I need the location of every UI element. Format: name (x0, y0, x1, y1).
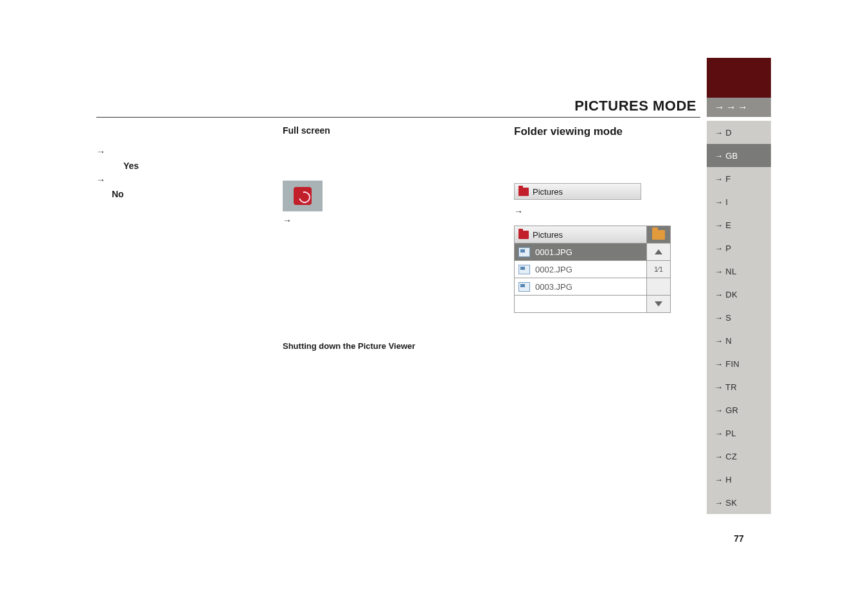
lang-nl[interactable]: → NL (707, 260, 771, 283)
heading-full-screen: Full screen (283, 125, 514, 136)
lang-label: → I (714, 197, 728, 207)
column-right: Folder viewing mode Pictures → Pictures (514, 125, 700, 351)
page-title: PICTURES MODE (574, 98, 700, 114)
lang-dk[interactable]: → DK (707, 283, 771, 306)
file-browser-title: Pictures (515, 226, 647, 243)
header-arrows: →→→ (714, 102, 749, 113)
image-file-icon (518, 247, 530, 257)
lang-label: → N (714, 336, 732, 346)
heading-folder-viewing: Folder viewing mode (514, 125, 700, 138)
open-folder-button[interactable] (647, 226, 670, 243)
file-browser-footer (515, 295, 670, 312)
column-left: → Yes → No (96, 125, 283, 351)
lang-p[interactable]: → P (707, 236, 771, 260)
lang-label: → D (714, 128, 732, 138)
lang-label: → FIN (714, 359, 740, 369)
lang-f[interactable]: → F (707, 167, 771, 190)
lang-e[interactable]: → E (707, 213, 771, 236)
lang-sk[interactable]: → SK (707, 491, 771, 514)
scroll-up-button[interactable] (647, 244, 670, 260)
image-file-icon (518, 282, 530, 292)
file-name: 0002.JPG (535, 265, 572, 274)
lang-gb[interactable]: → GB (707, 144, 771, 167)
lang-gr[interactable]: → GR (707, 398, 771, 422)
lang-label: → CZ (714, 452, 737, 461)
file-item-selected[interactable]: 0001.JPG (515, 244, 647, 260)
folder-icon (518, 188, 529, 196)
file-row: 0003.JPG (515, 278, 670, 295)
pager-spacer (647, 278, 670, 295)
page-indicator: 1⁄1 (647, 261, 670, 278)
lang-label: → DK (714, 290, 738, 299)
file-footer-spacer (515, 296, 647, 312)
chevron-down-icon (655, 301, 662, 306)
pictures-button-panel[interactable]: Pictures (514, 183, 641, 200)
lang-label: → S (714, 313, 731, 323)
option-no: No (96, 187, 283, 201)
lang-label: → E (714, 220, 731, 230)
lang-d[interactable]: → D (707, 121, 771, 144)
lang-cz[interactable]: → CZ (707, 445, 771, 468)
file-name: 0001.JPG (535, 247, 572, 257)
lang-fin[interactable]: → FIN (707, 352, 771, 375)
folder-icon (518, 231, 529, 239)
lang-label: → F (714, 174, 731, 184)
arrow-bullet: → (283, 215, 514, 226)
lang-i[interactable]: → I (707, 190, 771, 213)
content-columns: → Yes → No Full screen → Shutting down t… (96, 125, 771, 351)
folder-open-icon (652, 230, 665, 240)
pictures-button-label: Pictures (533, 187, 563, 197)
file-browser-header: Pictures (515, 226, 670, 243)
lang-tr[interactable]: → TR (707, 375, 771, 398)
rotate-icon (294, 187, 312, 205)
file-row: 0001.JPG (515, 243, 670, 260)
page-indicator-text: 1⁄1 (654, 265, 663, 273)
document-page: →→→ PICTURES MODE → Yes → No Full screen… (96, 58, 771, 351)
page-number: 77 (707, 533, 771, 544)
header-arrows-box: →→→ (707, 98, 771, 117)
column-middle: Full screen → Shutting down the Picture … (283, 125, 514, 351)
arrow-bullet: → (514, 206, 700, 217)
chevron-up-icon (655, 249, 662, 254)
lang-n[interactable]: → N (707, 329, 771, 352)
arrow-bullet: → (96, 145, 283, 159)
lang-h[interactable]: → H (707, 468, 771, 491)
language-sidebar: → D → GB → F → I → E → P → NL → DK → S →… (707, 121, 771, 514)
option-yes: Yes (96, 159, 283, 173)
lang-label: → SK (714, 498, 737, 508)
lang-label: → GB (714, 151, 738, 161)
file-row: 0002.JPG 1⁄1 (515, 260, 670, 278)
lang-label: → H (714, 475, 732, 484)
file-name: 0003.JPG (535, 282, 572, 292)
lang-label: → P (714, 244, 731, 253)
lang-label: → NL (714, 267, 736, 276)
fullscreen-thumbnail (283, 181, 323, 211)
image-file-icon (518, 265, 530, 274)
lang-label: → TR (714, 382, 737, 392)
file-browser-panel: Pictures 0001.JPG (514, 226, 671, 313)
arrow-bullet: → (96, 173, 283, 187)
heading-shutting-down: Shutting down the Picture Viewer (283, 341, 514, 351)
file-browser-title-text: Pictures (533, 230, 563, 240)
lang-label: → GR (714, 405, 738, 415)
scroll-down-button[interactable] (647, 296, 670, 312)
lang-label: → PL (714, 429, 736, 438)
lang-pl[interactable]: → PL (707, 422, 771, 445)
file-item[interactable]: 0003.JPG (515, 278, 647, 295)
lang-s[interactable]: → S (707, 306, 771, 329)
file-item[interactable]: 0002.JPG (515, 261, 647, 278)
chapter-color-bar (707, 58, 771, 98)
